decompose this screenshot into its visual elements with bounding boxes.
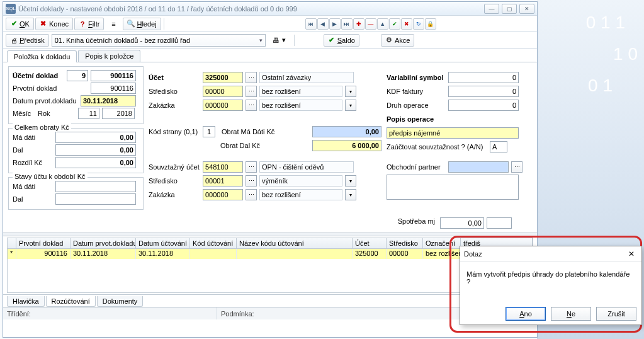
nav-delete[interactable]: — [365,18,376,30]
grid-body[interactable]: * 900116 30.11.2018 30.11.2018 325000 00… [7,249,533,293]
konec-button[interactable]: ✖ Konec [35,18,73,30]
ucet-lookup[interactable]: ⋯ [246,72,257,83]
nav-edit[interactable]: ▲ [377,18,388,30]
tab-popis[interactable]: Popis k položce [78,50,140,62]
dialog-no-button[interactable]: Ne [551,307,591,321]
stredisko2-desc: výměník [259,175,342,187]
zakazka-lookup[interactable]: ⋯ [246,100,257,111]
predtisk-button[interactable]: 🖨 Předtisk [6,34,49,47]
partner-lookup[interactable]: ⋯ [511,161,523,173]
akce-button[interactable]: ⚙ Akce [381,34,414,47]
close-button[interactable]: ✕ [519,4,534,14]
nav-first[interactable]: ⏮ [305,18,317,30]
spotreba-row: Spotřeba mj [3,216,537,233]
col-ucet[interactable]: Účet [353,238,387,248]
kod-strany-label: Kód strany (0,1) [149,128,200,135]
popis-input[interactable] [387,127,519,139]
minimize-button[interactable]: — [484,4,499,14]
question-icon: ? [79,20,86,28]
col-datum-uct[interactable]: Datum účtování [136,238,190,248]
tab-polozka[interactable]: Položka k dokladu [7,50,77,62]
print-button[interactable]: 🖶▾ [268,34,290,47]
main-window: SQL Účetní doklady - nastavené období 20… [3,1,538,338]
mesic-label: Měsíc [13,110,35,117]
filtr-button[interactable]: ? Filtr [74,18,104,30]
hledej-label: Hledej [137,20,156,28]
maximize-button[interactable]: ▢ [502,4,517,14]
zauctovat-input[interactable] [490,141,507,152]
ucet-input[interactable] [203,72,243,83]
kod-strany-input[interactable] [203,126,215,137]
x-icon: ✖ [40,20,47,28]
zakazka2-input[interactable] [203,189,243,200]
toolbar-report: 🖨 Předtisk 01. Kniha účetních dokladů - … [3,32,537,49]
partner-label: Obchodní partner [387,163,446,171]
nav-prev[interactable]: ◀ [317,18,329,30]
konec-label: Konec [49,20,69,28]
btab-dokumenty[interactable]: Dokumenty [97,296,144,307]
kdf-input[interactable] [448,86,519,97]
btab-hlavicka[interactable]: Hlavička [7,296,45,307]
stredisko-desc: bez rozlišení [259,86,342,97]
nav-post[interactable]: ✔ [389,18,400,30]
stredisko2-input[interactable] [203,175,243,187]
druh-input[interactable] [448,100,519,111]
nav-insert[interactable]: ✚ [353,18,364,30]
souvztazny-input[interactable] [203,161,243,173]
btab-rozuctovani[interactable]: Rozúčtování [46,296,96,307]
zakazka-input[interactable] [203,100,243,111]
zakazka2-dropdown[interactable]: ▾ [345,189,356,200]
doc-number-input[interactable] [91,70,136,81]
prvotni-input[interactable] [91,83,136,94]
col-nazev-kodu[interactable]: Název kódu účtování [237,238,353,248]
obrat-dal-input[interactable] [312,140,381,151]
cell-stredisko: 00000 [387,249,423,259]
hledej-button[interactable]: 🔍 Hledej [123,18,161,30]
table-row[interactable]: * 900116 30.11.2018 30.11.2018 325000 00… [8,249,533,259]
spotreba-input[interactable] [440,217,484,229]
nav-next[interactable]: ▶ [329,18,341,30]
zakazka-dropdown[interactable]: ▾ [345,100,356,111]
saldo-button[interactable]: ✔ Saldo [324,34,359,47]
printer-icon: 🖨 [10,37,18,44]
datum-input[interactable] [81,95,136,106]
col-kod-uct[interactable]: Kód účtování [190,238,237,248]
popis-label: Popis operace [387,115,434,123]
spotreba-mj-input[interactable] [487,217,512,229]
nav-refresh[interactable]: ↻ [413,18,424,30]
vs-input[interactable] [448,72,519,83]
nav-last[interactable]: ⏭ [341,18,353,30]
stredisko2-dropdown[interactable]: ▾ [345,175,356,187]
col-marker[interactable] [8,238,16,248]
bottom-tabs: Hlavička Rozúčtování Dokumenty [3,294,537,307]
dialog-cancel-button[interactable]: Zrušit [596,307,636,321]
nav-lock[interactable]: 🔒 [425,18,436,30]
rok-input[interactable] [102,108,135,119]
col-oznaceni[interactable]: Označení [423,238,461,248]
zakazka-label: Zakázka [149,101,200,109]
partner-input[interactable] [448,161,509,173]
stredisko-dropdown[interactable]: ▾ [345,86,356,97]
ok-button[interactable]: ✔ OK [6,18,34,30]
zakazka2-lookup[interactable]: ⋯ [246,189,257,200]
stredisko2-lookup[interactable]: ⋯ [246,175,257,187]
stavy-ma-dati-value [55,181,136,192]
cell-datum-uct: 30.11.2018 [136,249,190,259]
stredisko-input[interactable] [203,86,243,97]
col-prvotni[interactable]: Prvotní doklad [16,238,71,248]
dialog-yes-button[interactable]: Ano [506,307,546,321]
filter-icon-button[interactable]: ≡ [105,18,121,30]
col-stredisko[interactable]: Středisko [387,238,423,248]
statusbar: Třídění: Podmínka: 1/2 [3,307,537,319]
col-datum-prvot[interactable]: Datum prvot.dokladu [71,238,136,248]
obrat-md-input[interactable] [312,126,381,137]
titlebar: SQL Účetní doklady - nastavené období 20… [3,2,537,16]
stredisko-lookup[interactable]: ⋯ [246,86,257,97]
report-combo[interactable]: 01. Kniha účetních dokladů - bez rozdílů… [52,34,266,47]
nav-cancel[interactable]: ✖ [401,18,412,30]
cell-marker: * [8,249,16,259]
doc-series-input[interactable] [67,70,88,81]
souvztazny-lookup[interactable]: ⋯ [246,161,257,173]
dialog-close-button[interactable]: ✕ [625,248,638,260]
mesic-input[interactable] [78,108,99,119]
